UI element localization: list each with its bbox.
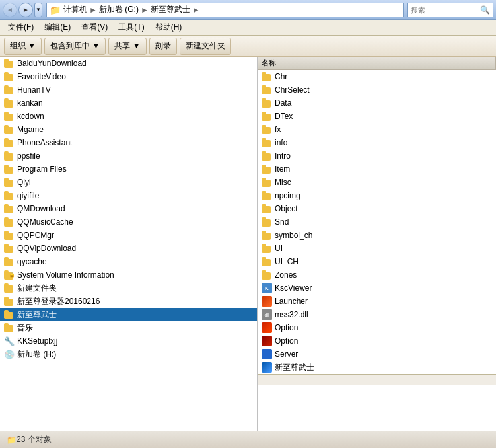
item-label: Item	[275, 165, 290, 174]
left-item[interactable]: Mgame	[0, 123, 257, 136]
item-label: 新建文件夹	[17, 283, 57, 294]
right-item[interactable]: info	[258, 136, 496, 149]
right-item[interactable]: npcimg	[258, 189, 496, 202]
left-item[interactable]: PhoneAssistant	[0, 136, 257, 149]
right-item[interactable]: ChrSelect	[258, 83, 496, 96]
horizontal-scrollbar[interactable]	[258, 374, 496, 385]
status-folder-icon: 📁	[7, 435, 17, 445]
left-item[interactable]: 🔧KKSetuplxjj	[0, 334, 257, 348]
menu-help[interactable]: 帮助(H)	[150, 20, 188, 34]
item-icon	[262, 270, 272, 280]
search-box[interactable]: 🔍	[407, 3, 493, 17]
left-item[interactable]: 音乐	[0, 321, 257, 334]
menu-tools[interactable]: 工具(T)	[113, 20, 149, 34]
left-item[interactable]: HunanTV	[0, 83, 257, 96]
left-item[interactable]: Program Files	[0, 163, 257, 176]
right-item[interactable]: KKscViewer	[258, 281, 496, 295]
left-item[interactable]: 🔒System Volume Information	[0, 268, 257, 281]
item-label: QQPCMgr	[17, 231, 54, 240]
item-icon	[4, 204, 15, 214]
left-item[interactable]: kankan	[0, 96, 257, 110]
right-item[interactable]: UI	[258, 242, 496, 255]
item-icon	[262, 296, 272, 307]
toolbar-include-library[interactable]: 包含到库中 ▼	[44, 38, 106, 55]
menu-file[interactable]: 文件(F)	[3, 20, 39, 34]
item-icon	[262, 137, 272, 148]
right-item[interactable]: UI_CH	[258, 255, 496, 268]
search-input[interactable]	[411, 6, 480, 14]
item-label: PhoneAssistant	[17, 138, 72, 147]
left-item[interactable]: FavoriteVideo	[0, 70, 257, 83]
right-item[interactable]: Data	[258, 96, 496, 110]
right-item[interactable]: Chr	[258, 70, 496, 83]
item-label: Option	[275, 336, 298, 346]
right-item[interactable]: Zones	[258, 268, 496, 281]
main-container: BaiduYunDownloadFavoriteVideoHunanTVkank…	[0, 57, 496, 431]
left-item[interactable]: qiyifile	[0, 189, 257, 202]
right-item[interactable]: Intro	[258, 149, 496, 163]
left-item[interactable]: QQVipDownload	[0, 242, 257, 255]
left-item[interactable]: QQMusicCache	[0, 215, 257, 229]
name-column-header: 名称	[262, 58, 276, 68]
item-label: qiyifile	[17, 191, 39, 200]
left-item[interactable]: qycache	[0, 255, 257, 268]
item-icon	[4, 230, 15, 241]
sep2: ►	[141, 5, 149, 15]
menu-view[interactable]: 查看(V)	[76, 20, 113, 34]
left-item[interactable]: kcdown	[0, 110, 257, 123]
right-item[interactable]: Option	[258, 321, 496, 334]
forward-button[interactable]: ►	[18, 3, 33, 17]
right-item[interactable]: Object	[258, 202, 496, 215]
item-icon	[4, 309, 15, 320]
right-item[interactable]: fx	[258, 123, 496, 136]
right-item[interactable]: Launcher	[258, 295, 496, 308]
item-label: UI	[275, 244, 283, 253]
right-item[interactable]: 新至尊武士	[258, 361, 496, 374]
right-item[interactable]: DTex	[258, 110, 496, 123]
item-icon	[4, 190, 15, 201]
left-item[interactable]: ppsfile	[0, 149, 257, 163]
right-panel-header[interactable]: 名称	[258, 57, 496, 70]
address-part1: 计算机	[63, 4, 87, 15]
left-item[interactable]: 新至尊武士	[0, 308, 257, 321]
back-button[interactable]: ◄	[3, 3, 17, 17]
left-item[interactable]: QMDownload	[0, 202, 257, 215]
toolbar-organize[interactable]: 组织 ▼	[4, 38, 42, 55]
item-icon	[262, 243, 272, 254]
item-icon	[262, 98, 272, 108]
left-item[interactable]: 新至尊登录器20160216	[0, 295, 257, 308]
item-icon	[262, 151, 272, 161]
right-item[interactable]: Server	[258, 348, 496, 361]
menu-edit[interactable]: 编辑(E)	[39, 20, 76, 34]
toolbar-share[interactable]: 共享 ▼	[108, 38, 146, 55]
sep1: ►	[89, 5, 97, 15]
item-label: System Volume Information	[17, 270, 114, 280]
item-icon	[4, 322, 15, 333]
left-item[interactable]: Qiyi	[0, 176, 257, 189]
item-label: BaiduYunDownload	[17, 59, 87, 68]
item-label: KKSetuplxjj	[17, 336, 57, 346]
left-item[interactable]: 💿新加卷 (H:)	[0, 348, 257, 361]
item-icon	[4, 217, 15, 227]
item-icon	[262, 111, 272, 122]
item-icon	[4, 151, 15, 161]
item-icon	[262, 256, 272, 267]
toolbar-burn[interactable]: 刻录	[149, 38, 177, 55]
item-label: fx	[275, 125, 281, 134]
right-item[interactable]: Snd	[258, 215, 496, 229]
right-item[interactable]: Misc	[258, 176, 496, 189]
left-item[interactable]: QQPCMgr	[0, 229, 257, 242]
right-item[interactable]: Option	[258, 334, 496, 348]
nav-dropdown[interactable]: ▼	[34, 3, 42, 17]
left-item[interactable]: 新建文件夹	[0, 281, 257, 295]
item-icon	[262, 177, 272, 188]
right-item[interactable]: symbol_ch	[258, 229, 496, 242]
left-item[interactable]: BaiduYunDownload	[0, 57, 257, 70]
address-bar[interactable]: 📁 计算机 ► 新加卷 (G:) ► 新至尊武士 ►	[46, 3, 404, 17]
item-label: ppsfile	[17, 151, 40, 161]
item-label: Server	[275, 350, 298, 359]
toolbar-new-folder[interactable]: 新建文件夹	[180, 38, 231, 55]
right-item[interactable]: dllmss32.dll	[258, 308, 496, 321]
right-item[interactable]: Item	[258, 163, 496, 176]
item-label: kankan	[17, 98, 43, 108]
